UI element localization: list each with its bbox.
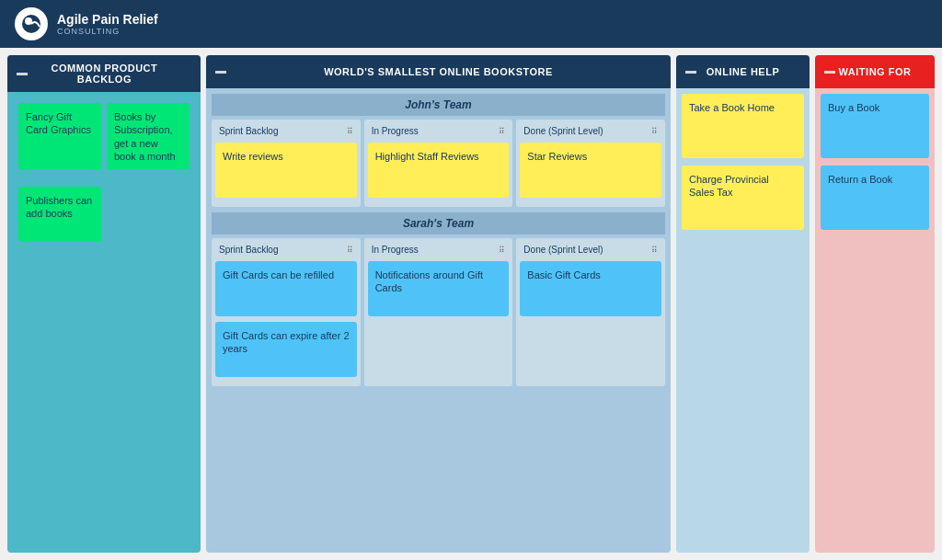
column-help: ONLINE HELP Take a Book Home Charge Prov… [676, 55, 810, 553]
sarahs-in-progress-header: In Progress ⠿ [368, 242, 510, 257]
company-subtitle: CONSULTING [57, 27, 158, 36]
column-bookstore-title: WORLD'S SMALLEST ONLINE BOOKSTORE [324, 66, 553, 77]
column-help-title: ONLINE HELP [706, 66, 779, 77]
list-item[interactable]: Notifications around Gift Cards [368, 261, 510, 316]
header: Agile Pain Relief CONSULTING [0, 0, 942, 48]
done-label-2: Done (Sprint Level) [523, 245, 603, 255]
sarahs-in-progress-col: In Progress ⠿ Notifications around Gift … [364, 238, 513, 386]
list-item[interactable]: Gift Cards can expire after 2 years [215, 322, 357, 377]
minimize-icon[interactable] [824, 71, 835, 74]
johns-team-columns: Sprint Backlog ⠿ Write reviews In Progre… [212, 120, 665, 207]
column-backlog-body: Fancy Gift Card Graphics Books by Subscr… [7, 92, 201, 553]
sprint-backlog-label: Sprint Backlog [219, 126, 278, 136]
column-backlog: COMMON PRODUCT BACKLOG Fancy Gift Card G… [7, 55, 201, 553]
johns-sprint-backlog-col: Sprint Backlog ⠿ Write reviews [212, 120, 361, 207]
list-item[interactable]: Charge Provincial Sales Tax [682, 166, 804, 230]
drag-icon: ⠿ [499, 127, 505, 136]
list-item[interactable]: Fancy Gift Card Graphics [18, 103, 101, 170]
drag-icon: ⠿ [499, 246, 505, 255]
list-item[interactable]: Return a Book [821, 166, 929, 230]
list-item[interactable]: Publishers can add books [18, 187, 101, 242]
list-item[interactable]: Buy a Book [821, 94, 929, 158]
in-progress-label-2: In Progress [372, 245, 419, 255]
column-backlog-header: COMMON PRODUCT BACKLOG [7, 55, 201, 92]
johns-done-header: Done (Sprint Level) ⠿ [520, 123, 661, 139]
list-item[interactable]: Highlight Staff Reviews [368, 143, 510, 198]
list-item[interactable]: Star Reviews [520, 143, 661, 198]
johns-in-progress-header: In Progress ⠿ [368, 123, 510, 139]
johns-team-header: John's Team [212, 94, 665, 116]
list-item[interactable]: Take a Book Home [682, 94, 804, 158]
johns-team-section: John's Team Sprint Backlog ⠿ Write revie… [212, 94, 665, 207]
sarahs-done-header: Done (Sprint Level) ⠿ [520, 242, 661, 257]
backlog-grid: Fancy Gift Card Graphics Books by Subscr… [13, 97, 195, 181]
sarahs-team-section: Sarah's Team Sprint Backlog ⠿ Gift Cards… [212, 212, 665, 386]
column-bookstore-header: WORLD'S SMALLEST ONLINE BOOKSTORE [206, 55, 671, 88]
minimize-icon[interactable] [215, 71, 226, 74]
drag-icon: ⠿ [347, 246, 353, 255]
minimize-icon[interactable] [685, 71, 696, 74]
sarahs-done-col: Done (Sprint Level) ⠿ Basic Gift Cards [516, 238, 665, 386]
drag-icon: ⠿ [347, 127, 353, 136]
done-label: Done (Sprint Level) [523, 126, 603, 136]
sarahs-team-header: Sarah's Team [212, 212, 665, 234]
column-bookstore: WORLD'S SMALLEST ONLINE BOOKSTORE John's… [206, 55, 671, 553]
in-progress-label: In Progress [372, 126, 419, 136]
sprint-backlog-label-2: Sprint Backlog [219, 245, 278, 255]
column-waiting-body: Buy a Book Return a Book [815, 88, 935, 241]
column-waiting-header: WAITING FOR [815, 55, 935, 88]
column-bookstore-body: John's Team Sprint Backlog ⠿ Write revie… [206, 88, 671, 553]
sarahs-team-columns: Sprint Backlog ⠿ Gift Cards can be refil… [212, 238, 665, 386]
list-item[interactable]: Books by Subscription, get a new book a … [107, 103, 190, 170]
drag-icon: ⠿ [651, 127, 658, 136]
header-text-block: Agile Pain Relief CONSULTING [57, 12, 158, 37]
column-help-header: ONLINE HELP [676, 55, 810, 88]
column-backlog-title: COMMON PRODUCT BACKLOG [28, 63, 181, 85]
drag-icon: ⠿ [651, 246, 658, 255]
minimize-icon[interactable] [17, 73, 28, 75]
johns-in-progress-col: In Progress ⠿ Highlight Staff Reviews [364, 120, 513, 207]
column-help-body: Take a Book Home Charge Provincial Sales… [676, 88, 810, 241]
backlog-note-full: Publishers can add books [13, 181, 195, 253]
sarahs-sprint-backlog-col: Sprint Backlog ⠿ Gift Cards can be refil… [212, 238, 361, 386]
logo-icon [15, 7, 48, 40]
list-item[interactable]: Gift Cards can be refilled [215, 261, 357, 316]
list-item[interactable]: Basic Gift Cards [520, 261, 661, 316]
company-name: Agile Pain Relief [57, 12, 158, 28]
johns-sprint-backlog-header: Sprint Backlog ⠿ [215, 123, 357, 139]
column-waiting: WAITING FOR Buy a Book Return a Book [815, 55, 935, 553]
list-item[interactable]: Write reviews [215, 143, 357, 198]
kanban-board: COMMON PRODUCT BACKLOG Fancy Gift Card G… [0, 48, 942, 560]
johns-done-col: Done (Sprint Level) ⠿ Star Reviews [516, 120, 665, 207]
column-waiting-title: WAITING FOR [839, 66, 912, 77]
sarahs-sprint-backlog-header: Sprint Backlog ⠿ [215, 242, 357, 257]
